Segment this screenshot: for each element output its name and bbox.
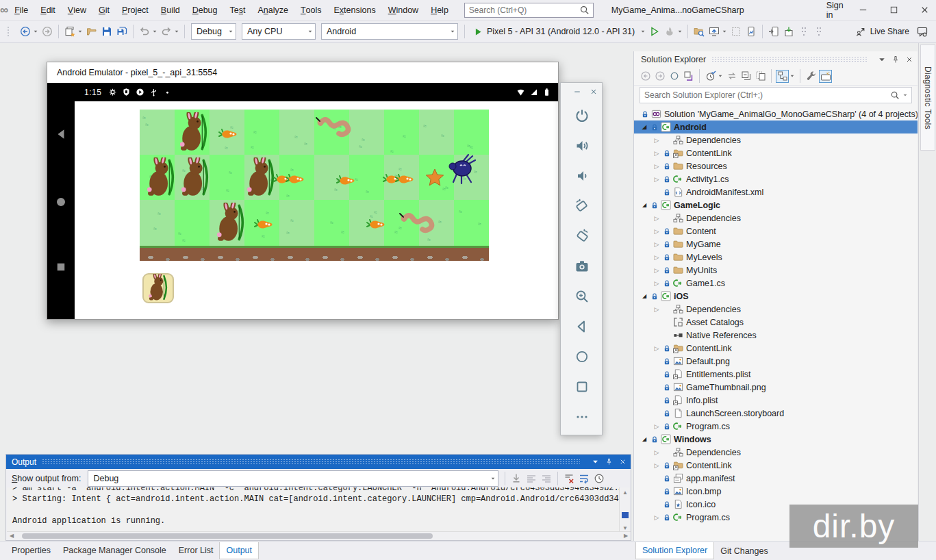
tree-expander[interactable]: ▷ — [652, 280, 661, 287]
align-b-icon[interactable] — [540, 472, 553, 485]
emulator-titlebar[interactable]: Android Emulator - pixel_5_-_api_31:5554 — [47, 62, 558, 83]
game-tile[interactable]: ≈≈ — [279, 110, 314, 155]
drag-handle[interactable] — [711, 56, 867, 62]
tree-item-mylevels[interactable]: ▷MyLevels — [634, 251, 918, 264]
nav-fwd-c-icon[interactable] — [653, 70, 666, 83]
chevron-down-icon[interactable] — [677, 25, 684, 38]
tree-item-entitlements-plist[interactable]: Entitlements.plist — [634, 368, 918, 381]
chevron-down-icon[interactable] — [789, 69, 796, 83]
tree-item-dependencies[interactable]: ▷Dependencies — [634, 212, 918, 225]
tree-expander[interactable]: ▷ — [652, 241, 661, 248]
pin-icon[interactable] — [891, 55, 900, 64]
tree-item-myunits[interactable]: ▷MyUnits — [634, 264, 918, 277]
close-icon[interactable] — [619, 458, 627, 466]
game-tile[interactable]: ≈≈ — [314, 200, 349, 246]
sign-in-button[interactable]: Sign in — [826, 1, 844, 20]
tree-expander[interactable]: ◢ — [640, 436, 649, 442]
signal-icon[interactable] — [529, 88, 538, 97]
battery-icon[interactable] — [542, 88, 551, 97]
quick-search[interactable] — [464, 3, 594, 18]
startup-project-combo[interactable]: Android — [321, 23, 458, 40]
game-board[interactable]: ≈≈≈≈≈≈≈≈≈≈≈≈≈≈≈≈≈≈≈≈≈≈≈≈≈≈≈≈≈≈≈≈≈≈≈≈≈≈≈≈… — [140, 110, 489, 261]
tab-diagnostic-tools[interactable]: Diagnostic Tools — [920, 44, 935, 151]
tree-item-icon-bmp[interactable]: Icon.bmp — [634, 485, 918, 498]
tree-expander[interactable]: ◢ — [640, 124, 649, 130]
chevron-down-icon[interactable] — [722, 25, 729, 38]
chevron-down-icon[interactable] — [446, 24, 457, 39]
platform-combo[interactable]: Any CPU — [242, 23, 316, 40]
game-tile[interactable]: ≈≈ — [454, 200, 489, 246]
tree-expander[interactable]: ▷ — [652, 306, 661, 313]
quick-search-input[interactable] — [465, 5, 579, 15]
pin-icon[interactable] — [605, 458, 613, 466]
solution-search[interactable] — [640, 87, 912, 103]
chevron-down-icon[interactable] — [592, 458, 599, 466]
unit-select-button[interactable] — [142, 273, 174, 303]
tab-properties[interactable]: Properties — [5, 542, 57, 559]
output-header[interactable]: Output — [6, 455, 631, 469]
emulator-more-button[interactable] — [561, 402, 603, 432]
gear-icon[interactable] — [108, 88, 117, 97]
dots-col-icon[interactable] — [812, 25, 826, 38]
folder-search-icon[interactable] — [692, 25, 706, 38]
menu-help[interactable]: Help — [425, 0, 455, 20]
pending-icon[interactable] — [704, 70, 717, 83]
scrollbar-thumb[interactable] — [22, 533, 433, 539]
menu-git[interactable]: Git — [92, 0, 116, 20]
flame-icon[interactable] — [663, 25, 676, 38]
tree-expander[interactable]: ▷ — [652, 163, 661, 170]
grip-icon[interactable] — [3, 25, 17, 38]
game-tile[interactable]: ≈≈ — [279, 200, 314, 246]
collapse-all-icon[interactable] — [739, 70, 752, 83]
menu-debug[interactable]: Debug — [186, 0, 224, 20]
tree-item-activity1-cs[interactable]: ▷Activity1.cs — [634, 173, 918, 186]
tree-item-info-plist[interactable]: Info.plist — [634, 394, 918, 407]
emulator-volume-down-button[interactable] — [561, 161, 603, 191]
output-console[interactable]: > am start -a android.intent.action.MAIN… — [7, 487, 620, 533]
tree-item-ios[interactable]: ◢iOS — [634, 290, 918, 303]
chevron-down-icon[interactable] — [152, 25, 159, 38]
dots-col-icon[interactable] — [797, 25, 811, 38]
panel-close-icon[interactable] — [590, 88, 598, 96]
menu-view[interactable]: View — [62, 0, 92, 20]
configuration-combo[interactable]: Debug — [191, 23, 236, 40]
game-tile[interactable]: ≈≈ — [140, 110, 175, 155]
tree-item-contentlink[interactable]: ▷ContentLink — [634, 342, 918, 355]
goto-end-icon[interactable] — [509, 472, 523, 485]
maximize-button[interactable] — [878, 0, 909, 20]
tree-expander[interactable]: ▷ — [652, 137, 661, 144]
android-back-icon[interactable] — [47, 128, 75, 140]
chevron-down-icon[interactable] — [304, 24, 315, 39]
android-overview-icon[interactable] — [47, 262, 75, 272]
close-button[interactable] — [909, 0, 936, 20]
wifi-icon[interactable] — [516, 88, 525, 97]
chevron-down-icon[interactable] — [878, 55, 886, 64]
scroll-up-arrow[interactable]: ▲ — [620, 487, 631, 497]
android-home-icon[interactable] — [47, 196, 75, 207]
new-project-icon[interactable] — [63, 25, 77, 38]
menu-test[interactable]: Test — [224, 0, 252, 20]
solution-explorer-header[interactable]: Solution Explorer — [634, 51, 918, 67]
menu-build[interactable]: Build — [155, 0, 186, 20]
show-all-icon[interactable] — [754, 70, 767, 83]
game-tile[interactable]: ≈≈ — [210, 155, 244, 200]
scrollbar-thumb[interactable] — [622, 512, 629, 518]
minimize-button[interactable] — [848, 0, 878, 20]
menu-edit[interactable]: Edit — [34, 0, 62, 20]
game-tile[interactable]: ≈≈ — [175, 200, 210, 246]
search-icon[interactable] — [890, 90, 900, 100]
tree-expander[interactable]: ▷ — [652, 254, 661, 261]
clock-icon[interactable] — [592, 472, 606, 485]
panel-minimize-icon[interactable] — [573, 88, 581, 96]
tree-item-content[interactable]: ▷Content — [634, 225, 918, 238]
tree-expander[interactable]: ▷ — [652, 176, 661, 183]
game-tile[interactable]: ≈≈ — [454, 110, 489, 155]
tree-item-mygame[interactable]: ▷MyGame — [634, 238, 918, 251]
tree-item-android[interactable]: ◢Android — [634, 120, 918, 133]
live-share-button[interactable]: Live Share — [855, 25, 909, 38]
tree-item-dependencies[interactable]: ▷Dependencies — [634, 133, 918, 147]
wrench-icon[interactable] — [805, 70, 818, 83]
menu-extensions[interactable]: Extensions — [328, 0, 382, 20]
deploy-monitor-icon[interactable] — [707, 25, 721, 38]
preview-icon[interactable] — [819, 70, 832, 83]
